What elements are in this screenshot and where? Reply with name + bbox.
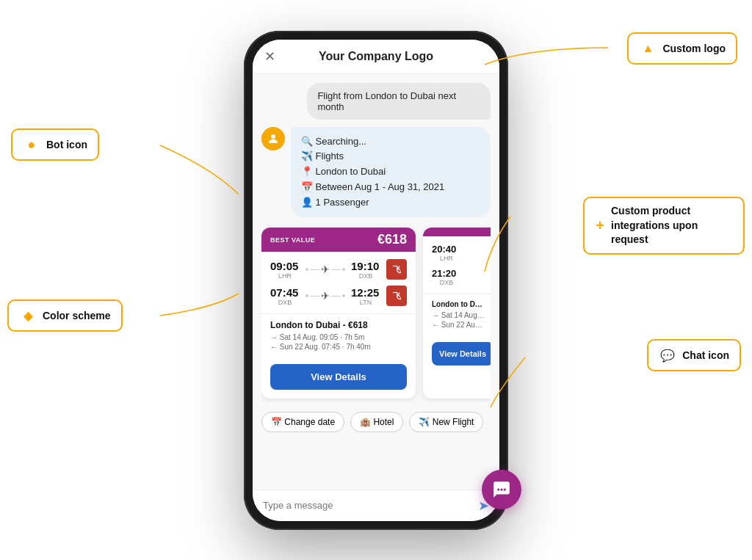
plane-icon-1: ✈ bbox=[321, 263, 330, 275]
bot-message-row: 🔍 Searching... ✈️ Flights 📍 London to Du… bbox=[261, 127, 491, 218]
color-scheme-label: Color scheme bbox=[43, 310, 111, 321]
chat-body: Flight from London to Dubai next month 🔍… bbox=[253, 74, 499, 490]
inbound-segment-1: 07:45 DXB ✈ bbox=[270, 286, 407, 306]
quick-replies: 📅 Change date 🏨 Hotel ✈️ New Flight bbox=[261, 409, 491, 435]
chat-icon-icon: 💬 bbox=[659, 346, 676, 364]
dep-time-1: 09:05 bbox=[270, 260, 300, 272]
flight-price-1: €618 bbox=[377, 232, 407, 247]
outbound-segment-1: 09:05 LHR ✈ bbox=[270, 259, 407, 280]
custom-product-label: Custom product integrations upon request bbox=[611, 204, 733, 247]
ret-dep-time-1: 07:45 bbox=[270, 286, 300, 299]
svg-point-3 bbox=[504, 488, 506, 490]
arr-time-1: 19:10 bbox=[351, 260, 380, 272]
ret-dep-code-2: DXB bbox=[440, 279, 454, 286]
bot-icon-label: Bot icon bbox=[46, 139, 87, 150]
chat-bubble-button[interactable] bbox=[482, 470, 521, 509]
flight-card-1: BEST VALUE €618 09:05 LHR bbox=[261, 228, 416, 399]
flight-card-header-1: BEST VALUE €618 bbox=[261, 228, 416, 252]
chat-icon-label: Chat icon bbox=[682, 349, 729, 361]
scene: ▲ Custom logo ● Bot icon ◆ Color scheme … bbox=[0, 0, 752, 560]
chat-icon-annotation: 💬 Chat icon bbox=[647, 339, 741, 371]
chat-input-bar: ➤ bbox=[253, 490, 499, 521]
quick-reply-flight[interactable]: ✈️ New Flight bbox=[409, 412, 483, 432]
bot-icon-annotation: ● Bot icon bbox=[11, 128, 99, 161]
dep-code-1: LHR bbox=[278, 272, 292, 280]
dep-code-2: LHR bbox=[440, 255, 453, 262]
color-scheme-icon: ◆ bbox=[19, 307, 37, 324]
detail2-2: ← Sun 22 Au… bbox=[432, 321, 491, 329]
bot-icon-icon: ● bbox=[23, 136, 40, 153]
inbound-segment-2: 21:20 DXB bbox=[432, 268, 491, 286]
quick-reply-hotel[interactable]: 🏨 Hotel bbox=[350, 412, 403, 432]
route-title-1: London to Dubai - €618 bbox=[270, 320, 407, 330]
flight-card-2: 20:40 LHR 21:20 DXB bbox=[423, 228, 491, 399]
flight-info-2: London to D… → Sat 14 Aug… ← Sun 22 Au… bbox=[423, 294, 491, 336]
custom-logo-icon: ▲ bbox=[639, 40, 657, 57]
quick-reply-date[interactable]: 📅 Change date bbox=[261, 412, 344, 432]
view-details-button-2[interactable]: View Details bbox=[432, 342, 491, 366]
svg-point-0 bbox=[271, 134, 275, 139]
svg-point-2 bbox=[500, 488, 502, 490]
airline-logo-ret-1: 飞 bbox=[386, 286, 407, 306]
route-title-2: London to D… bbox=[432, 300, 491, 308]
chat-input[interactable] bbox=[263, 500, 471, 511]
close-button[interactable]: ✕ bbox=[264, 48, 275, 65]
dep-time-2: 20:40 bbox=[432, 244, 461, 255]
user-message: Flight from London to Dubai next month bbox=[307, 83, 491, 120]
phone-screen: ✕ Your Company Logo Flight from London t… bbox=[253, 40, 499, 521]
ret-dep-time-2: 21:20 bbox=[432, 268, 461, 279]
color-scheme-annotation: ◆ Color scheme bbox=[7, 299, 123, 332]
ret-dep-code-1: DXB bbox=[278, 299, 292, 306]
best-value-badge: BEST VALUE bbox=[270, 236, 315, 244]
outbound-segment-2: 20:40 LHR bbox=[432, 244, 491, 262]
custom-product-annotation: + Custom product integrations upon reque… bbox=[583, 197, 745, 255]
flight-segments-1: 09:05 LHR ✈ bbox=[261, 252, 416, 313]
view-details-button-1[interactable]: View Details bbox=[270, 364, 407, 390]
bot-message: 🔍 Searching... ✈️ Flights 📍 London to Du… bbox=[291, 127, 491, 218]
airline-logo-1: 飞 bbox=[386, 259, 407, 280]
arr-code-1: DXB bbox=[359, 272, 373, 280]
ret-arr-time-1: 12:25 bbox=[351, 286, 380, 299]
flight-info-1: London to Dubai - €618 → Sat 14 Aug. 09:… bbox=[261, 313, 416, 358]
detail2-1: ← Sun 22 Aug. 07:45 · 7h 40m bbox=[270, 343, 407, 351]
seg-dots-ret-1: ✈ bbox=[306, 290, 345, 302]
flight-card-header-2 bbox=[423, 228, 491, 236]
detail1-1: → Sat 14 Aug. 09:05 · 7h 5m bbox=[270, 333, 407, 341]
phone-shell: ✕ Your Company Logo Flight from London t… bbox=[244, 31, 508, 530]
flight-cards-container: BEST VALUE €618 09:05 LHR bbox=[261, 225, 491, 401]
bot-avatar bbox=[261, 127, 285, 150]
custom-product-icon: + bbox=[595, 217, 605, 234]
seg-dots-1: ✈ bbox=[306, 263, 345, 275]
chat-header: ✕ Your Company Logo bbox=[253, 40, 499, 74]
ret-arr-code-1: LTN bbox=[360, 299, 372, 306]
custom-logo-label: Custom logo bbox=[662, 43, 726, 54]
custom-logo-annotation: ▲ Custom logo bbox=[627, 32, 737, 65]
flight-segments-2: 20:40 LHR 21:20 DXB bbox=[423, 236, 491, 294]
detail1-2: → Sat 14 Aug… bbox=[432, 311, 491, 319]
chat-title: Your Company Logo bbox=[319, 50, 433, 63]
plane-icon-ret-1: ✈ bbox=[321, 290, 330, 302]
svg-point-1 bbox=[497, 488, 499, 490]
